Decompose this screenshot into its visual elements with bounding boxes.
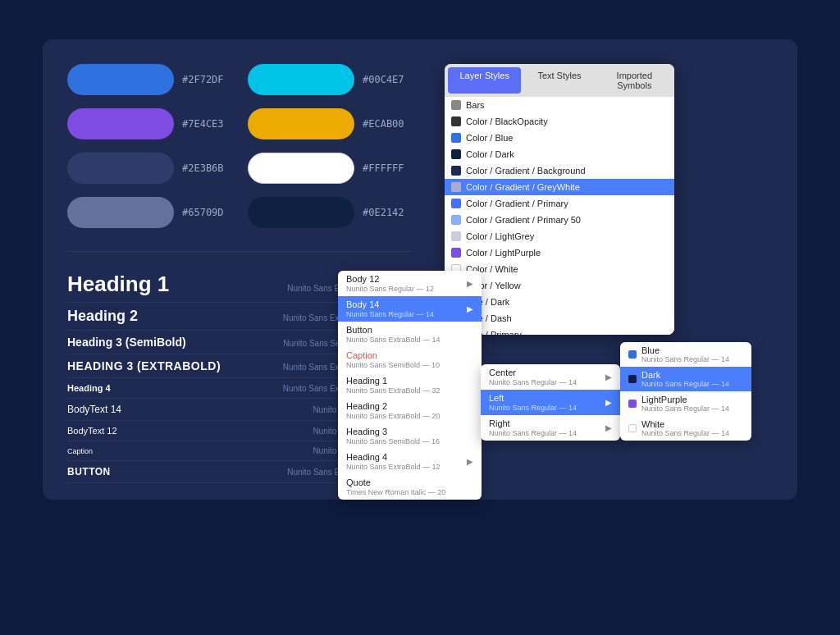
panel-list-item[interactable]: Color / Gradient / GreyWhite [445, 179, 674, 195]
color-dot [451, 231, 461, 241]
swatch-label: #0E2142 [363, 207, 404, 218]
sub-menu-2-item[interactable]: LightPurpleNunito Sans Regular — 14 [620, 391, 751, 416]
panel-list-item[interactable]: Color / LightGrey [445, 228, 674, 244]
swatch-label: #ECAB00 [363, 118, 404, 130]
sub-menu-2-item[interactable]: BlueNunito Sans Regular — 14 [620, 342, 751, 367]
sub-menu-1: CenterNunito Sans Regular — 14▶LeftNunit… [481, 364, 620, 441]
floating-menu-item[interactable]: Body 12Nunito Sans Regular — 12▶ [338, 271, 482, 296]
text-style-label: Heading 2 [67, 308, 138, 325]
color-swatch-pill [67, 197, 174, 228]
text-style-label: BodyText 14 [67, 404, 121, 415]
panel-list-item-label: Color / LightPurple [466, 248, 541, 258]
submenu-arrow-icon: ▶ [467, 279, 473, 288]
floating-menu-item[interactable]: ButtonNunito Sans ExtraBold — 14 [338, 322, 482, 347]
sub-menu-1-item[interactable]: LeftNunito Sans Regular — 14▶ [481, 390, 620, 415]
sub-menu-2-item[interactable]: WhiteNunito Sans Regular — 14 [620, 416, 751, 441]
swatches-grid: #2F72DF#00C4E7#7E4CE3#ECAB00#2E3B6B#FFFF… [67, 64, 412, 228]
panel-list-item[interactable]: Color / BlackOpacity [445, 113, 674, 130]
panel-tab-0[interactable]: Layer Styles [448, 67, 521, 94]
floating-menu-item[interactable]: Heading 4Nunito Sans ExtraBold — 12▶ [338, 449, 482, 474]
color-dot [451, 166, 461, 176]
sub-menu-2: BlueNunito Sans Regular — 14DarkNunito S… [620, 342, 751, 441]
panel-list-item-label: Color / Gradient / Primary 50 [466, 215, 581, 225]
text-style-label: Caption [67, 447, 93, 455]
floating-menu-item[interactable]: Heading 1Nunito Sans ExtraBold — 32 [338, 372, 482, 398]
submenu-arrow-icon: ▶ [467, 304, 473, 313]
panel-tab-1[interactable]: Text Styles [523, 67, 596, 94]
floating-menu-item[interactable]: CaptionNunito Sans SemiBold — 10 [338, 347, 482, 372]
color-dot-sm [628, 350, 637, 359]
text-style-label: BUTTON [67, 466, 111, 477]
sub-menu-1-item[interactable]: RightNunito Sans Regular — 14▶ [481, 415, 620, 441]
color-dot [451, 100, 461, 110]
swatch-item: #65709D [67, 197, 231, 228]
floating-menu-item[interactable]: QuoteTimes New Roman Italic — 20 [338, 474, 482, 500]
submenu-arrow-icon: ▶ [605, 398, 612, 407]
panel-tabs: Layer StylesText StylesImported Symbols [445, 64, 674, 97]
color-swatch-pill [248, 108, 354, 139]
panel-list-item-label: Color / Blue [466, 133, 513, 143]
color-dot [451, 248, 461, 258]
panel-list-item[interactable]: Color / Gradient / Primary [445, 195, 674, 212]
panel-list-item[interactable]: Bars [445, 97, 674, 113]
color-dot-sm [628, 424, 637, 432]
floating-menu-main: Body 12Nunito Sans Regular — 12▶Body 14N… [338, 271, 482, 500]
color-swatch-pill [67, 108, 174, 139]
swatch-label: #65709D [182, 207, 224, 218]
color-swatch-pill [248, 197, 354, 228]
swatch-label: #FFFFFF [363, 162, 404, 174]
main-card: #2F72DF#00C4E7#7E4CE3#ECAB00#2E3B6B#FFFF… [43, 39, 797, 500]
swatch-item: #0E2142 [248, 197, 412, 228]
panel-list-item-label: Color / Dark [466, 149, 514, 159]
swatch-item: #FFFFFF [248, 153, 412, 184]
color-swatch-pill [248, 64, 354, 95]
panel-list-item[interactable]: Color / Gradient / Primary 50 [445, 212, 674, 228]
color-dot-sm [628, 400, 637, 408]
swatch-item: #ECAB00 [248, 108, 412, 139]
panel-list-item[interactable]: Color / Dark [445, 146, 674, 162]
color-swatch-pill [248, 153, 354, 184]
panel-list-item[interactable]: Color / Gradient / Background [445, 162, 674, 179]
panel-list-item[interactable]: Color / Blue [445, 130, 674, 146]
swatch-label: #00C4E7 [363, 74, 404, 85]
text-style-label: Heading 1 [67, 272, 169, 297]
color-dot [451, 116, 461, 126]
swatch-item: #7E4CE3 [67, 108, 231, 139]
panel-list-item-label: Color / Gradient / Primary [466, 199, 568, 208]
sub-menu-2-item[interactable]: DarkNunito Sans Regular — 14 [620, 367, 751, 391]
text-style-label: HEADING 3 (EXTRABOLD) [67, 359, 221, 372]
text-style-label: Heading 4 [67, 383, 111, 393]
swatch-item: #00C4E7 [248, 64, 412, 95]
swatch-label: #2E3B6B [182, 162, 224, 174]
swatch-item: #2E3B6B [67, 153, 231, 184]
swatch-item: #2F72DF [67, 64, 231, 95]
color-dot [451, 199, 461, 208]
panel-list-item[interactable]: Color / LightPurple [445, 244, 674, 261]
text-style-label: Heading 3 (SemiBold) [67, 336, 186, 349]
color-dot [451, 149, 461, 159]
submenu-arrow-icon: ▶ [605, 372, 612, 381]
submenu-arrow-icon: ▶ [467, 457, 473, 466]
panel-list-item-label: Color / Gradient / Background [466, 166, 586, 176]
floating-menu-item[interactable]: Heading 3Nunito Sans SemiBold — 16 [338, 423, 482, 449]
color-dot-sm [628, 375, 637, 383]
color-dot [451, 182, 461, 192]
color-dot [451, 133, 461, 143]
floating-menu-item[interactable]: Heading 2Nunito Sans ExtraBold — 20 [338, 398, 482, 423]
color-swatch-pill [67, 64, 174, 95]
swatch-label: #2F72DF [182, 74, 224, 85]
panel-list-item-label: Color / Gradient / GreyWhite [466, 182, 580, 192]
right-panel: Layer StylesText StylesImported Symbols … [445, 64, 773, 483]
panel-list-item-label: Color / BlackOpacity [466, 116, 548, 126]
floating-menu-item[interactable]: Body 14Nunito Sans Regular — 14▶ [338, 296, 482, 322]
color-swatch-pill [67, 153, 174, 184]
text-style-label: BodyText 12 [67, 426, 117, 436]
submenu-arrow-icon: ▶ [605, 423, 612, 432]
sub-menu-1-item[interactable]: CenterNunito Sans Regular — 14▶ [481, 364, 620, 390]
swatch-label: #7E4CE3 [182, 118, 224, 130]
color-dot [451, 215, 461, 225]
panel-list-item-label: Bars [466, 100, 485, 110]
panel-tab-2[interactable]: Imported Symbols [598, 67, 671, 94]
panel-list-item-label: Color / LightGrey [466, 231, 534, 241]
